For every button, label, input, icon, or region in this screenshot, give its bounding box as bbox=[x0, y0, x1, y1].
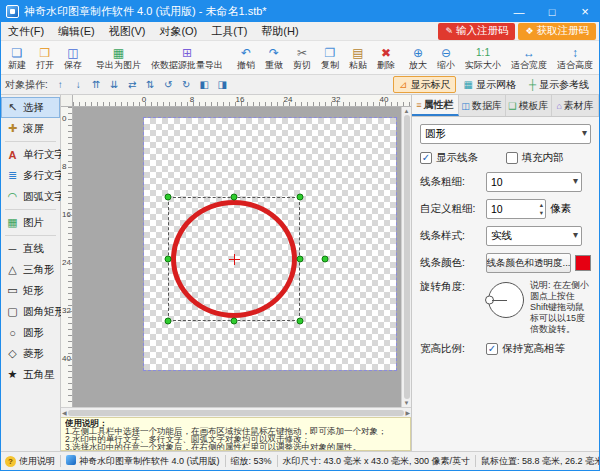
line-style-dropdown[interactable]: 实线 bbox=[486, 226, 582, 246]
horizontal-scrollbar-thumb[interactable] bbox=[68, 410, 405, 416]
custom-width-stepper[interactable]: 10 bbox=[486, 199, 546, 219]
bring-forward-icon[interactable]: ↑ bbox=[52, 77, 69, 93]
undo-button[interactable]: ↶撤销 bbox=[232, 42, 260, 73]
watermark-artboard[interactable] bbox=[144, 118, 396, 370]
scroll-down-icon[interactable]: ▼ bbox=[404, 400, 410, 406]
selection-handle-n[interactable] bbox=[231, 194, 238, 201]
selection-handle-ne[interactable] bbox=[297, 194, 304, 201]
line-width-dropdown[interactable]: 10 bbox=[486, 172, 582, 192]
menu-edit[interactable]: 编辑(E) bbox=[51, 23, 102, 40]
rotate-left-icon[interactable]: ↺ bbox=[160, 77, 177, 93]
fill-inside-checkbox[interactable] bbox=[506, 152, 518, 164]
export-image-button[interactable]: ▦导出为图片 bbox=[91, 42, 146, 73]
actual-size-button[interactable]: 1:1实际大小 bbox=[460, 42, 506, 73]
tab-templates[interactable]: ❑模板库 bbox=[506, 95, 553, 116]
guides-icon: ┼ bbox=[529, 79, 536, 90]
line-color-row: 线条颜色: 线条颜色和透明度... bbox=[420, 253, 591, 273]
tool-rounded-rectangle[interactable]: ▢圆角矩形 bbox=[1, 301, 60, 322]
scroll-right-icon[interactable]: ▶ bbox=[405, 409, 410, 416]
cut-button[interactable]: ✂剪切 bbox=[288, 42, 316, 73]
flip-horizontal-icon[interactable]: ⇄ bbox=[124, 77, 141, 93]
tool-single-line-text[interactable]: A单行文字 bbox=[1, 144, 60, 165]
rotation-dial[interactable] bbox=[488, 282, 524, 318]
fill-inside-option[interactable]: 填充内部 bbox=[506, 151, 592, 165]
close-button[interactable]: × bbox=[571, 1, 599, 22]
tool-star[interactable]: ★五角星 bbox=[1, 364, 60, 385]
align-right-icon[interactable]: ◨ bbox=[214, 77, 231, 93]
selection-handle-e[interactable] bbox=[297, 256, 304, 263]
tool-select[interactable]: ↖选择 bbox=[1, 97, 60, 118]
tool-arc-text-label: 圆弧文字 bbox=[23, 190, 65, 204]
keep-ratio-checkbox[interactable] bbox=[486, 343, 498, 355]
rotate-handle[interactable] bbox=[322, 256, 329, 263]
tool-circle[interactable]: ○圆形 bbox=[1, 322, 60, 343]
shape-type-dropdown[interactable]: 圆形 bbox=[420, 124, 591, 144]
menu-object[interactable]: 对象(O) bbox=[152, 23, 204, 40]
ruler-number: 24 bbox=[62, 258, 71, 267]
new-button[interactable]: ❏新建 bbox=[3, 42, 31, 73]
show-line-option[interactable]: 显示线条 bbox=[420, 151, 506, 165]
tool-diamond[interactable]: ◇菱形 bbox=[1, 343, 60, 364]
undo-label: 撤销 bbox=[237, 60, 255, 70]
tool-image[interactable]: ▦图片 bbox=[1, 212, 60, 233]
line-color-swatch[interactable] bbox=[575, 255, 591, 271]
tool-pan[interactable]: ✚滚屏 bbox=[1, 118, 60, 139]
get-register-code-button[interactable]: ❖ 获取注册码 bbox=[518, 23, 596, 40]
fit-height-button[interactable]: ↕适合高度 bbox=[552, 42, 598, 73]
minimize-button[interactable]: — bbox=[505, 1, 533, 22]
enter-register-code-button[interactable]: ✎ 输入注册码 bbox=[438, 23, 515, 40]
line-color-button[interactable]: 线条颜色和透明度... bbox=[486, 253, 571, 273]
flip-vertical-icon[interactable]: ⇅ bbox=[142, 77, 159, 93]
selection-handle-w[interactable] bbox=[165, 256, 172, 263]
show-line-checkbox[interactable] bbox=[420, 152, 432, 164]
selection-handle-s[interactable] bbox=[231, 318, 238, 325]
copy-button[interactable]: ❐复制 bbox=[316, 42, 344, 73]
rotate-right-icon[interactable]: ↻ bbox=[178, 77, 195, 93]
tab-properties[interactable]: ≡属性栏 bbox=[412, 95, 459, 116]
ruler-number: 8 bbox=[190, 95, 194, 104]
menu-view[interactable]: 视图(V) bbox=[102, 23, 153, 40]
align-left-icon[interactable]: ◧ bbox=[196, 77, 213, 93]
menu-tools[interactable]: 工具(T) bbox=[204, 23, 254, 40]
selection-handle-nw[interactable] bbox=[165, 194, 172, 201]
maximize-button[interactable]: □ bbox=[538, 1, 566, 22]
send-backward-icon[interactable]: ↓ bbox=[70, 77, 87, 93]
redo-button[interactable]: ↷重做 bbox=[260, 42, 288, 73]
open-button[interactable]: ❒打开 bbox=[31, 42, 59, 73]
show-grid-toggle[interactable]: ▦显示网格 bbox=[457, 76, 521, 93]
delete-button[interactable]: ✖删除 bbox=[372, 42, 400, 73]
vertical-scrollbar[interactable]: ▲ ▼ bbox=[401, 107, 411, 407]
diamond-icon: ❖ bbox=[525, 26, 533, 36]
vertical-scrollbar-thumb[interactable] bbox=[404, 115, 410, 399]
tool-rectangle[interactable]: ▭矩形 bbox=[1, 280, 60, 301]
tool-multi-line-text[interactable]: ≣多行文字 bbox=[1, 165, 60, 186]
batch-export-button[interactable]: ⊞依数据源批量导出 bbox=[146, 42, 228, 73]
save-button[interactable]: ◫保存 bbox=[59, 42, 87, 73]
tool-pan-label: 滚屏 bbox=[23, 122, 44, 136]
show-guides-toggle[interactable]: ┼显示参考线 bbox=[523, 76, 595, 93]
tool-line[interactable]: ─直线 bbox=[1, 238, 60, 259]
usage-help-button[interactable]: ?使用说明 bbox=[5, 455, 55, 468]
menu-help[interactable]: 帮助(H) bbox=[254, 23, 305, 40]
ruler-number: 40 bbox=[62, 354, 71, 363]
scroll-up-icon[interactable]: ▲ bbox=[404, 108, 410, 114]
line-fill-checkbox-row: 显示线条 填充内部 bbox=[420, 151, 591, 165]
zoom-out-button[interactable]: ⊖缩小 bbox=[432, 42, 460, 73]
menu-file[interactable]: 文件(F) bbox=[1, 23, 51, 40]
bring-to-front-icon[interactable]: ⇈ bbox=[88, 77, 105, 93]
show-ruler-toggle[interactable]: ⊿显示标尺 bbox=[393, 76, 456, 93]
scroll-left-icon[interactable]: ◀ bbox=[62, 409, 67, 416]
paste-button[interactable]: ▤粘贴 bbox=[344, 42, 372, 73]
keep-ratio-option[interactable]: 保持宽高相等 bbox=[486, 342, 565, 356]
canvas[interactable] bbox=[73, 107, 401, 407]
fit-width-button[interactable]: ↔适合宽度 bbox=[506, 42, 552, 73]
selection-handle-se[interactable] bbox=[297, 318, 304, 325]
tool-arc-text[interactable]: ◠圆弧文字 bbox=[1, 186, 60, 207]
send-to-back-icon[interactable]: ⇊ bbox=[106, 77, 123, 93]
selection-handle-sw[interactable] bbox=[165, 318, 172, 325]
zoom-in-button[interactable]: ⊕放大 bbox=[404, 42, 432, 73]
horizontal-scrollbar[interactable]: ◀ ▶ bbox=[61, 407, 411, 417]
tool-triangle[interactable]: △三角形 bbox=[1, 259, 60, 280]
tab-materials[interactable]: ⌂素材库 bbox=[552, 95, 599, 116]
tab-database[interactable]: ◫数据库 bbox=[459, 95, 506, 116]
